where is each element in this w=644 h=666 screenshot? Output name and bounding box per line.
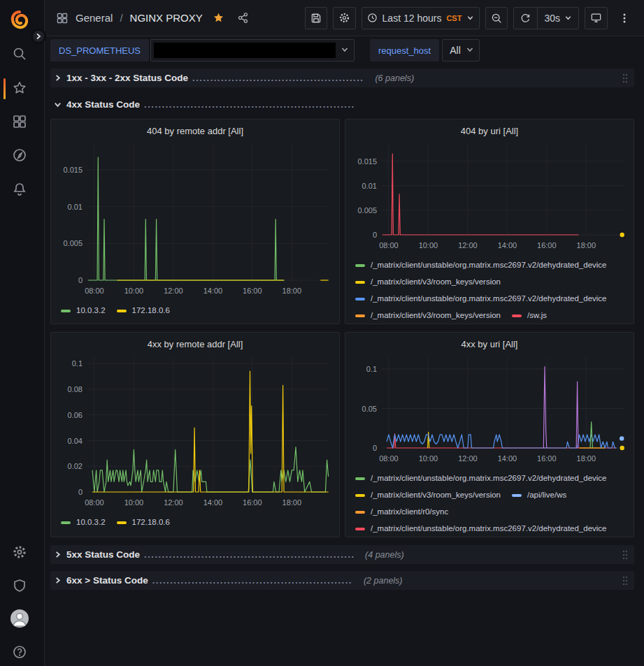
legend-label: /_matrix/client/unstable/org.matrix.msc2…	[371, 472, 607, 484]
explore-compass-icon[interactable]	[10, 146, 29, 164]
legend-swatch-icon	[355, 264, 365, 267]
breadcrumb-separator: /	[120, 12, 122, 24]
legend-item[interactable]: 10.0.3.2	[61, 305, 106, 317]
legend-label: /api/live/ws	[527, 489, 566, 501]
starred-dashboards-icon[interactable]	[10, 79, 29, 97]
dashboards-icon[interactable]	[10, 113, 29, 131]
row-title: 5xx Status Code	[66, 549, 140, 560]
configuration-gear-icon[interactable]	[10, 543, 29, 561]
svg-text:0: 0	[78, 488, 83, 496]
cycle-view-mode-button[interactable]	[585, 7, 608, 29]
legend-item[interactable]: /_matrix/client/v3/room_keys/version	[355, 489, 501, 501]
row-4xx[interactable]: 4xx Status Code ........................…	[50, 95, 634, 114]
chart-plot: 00.020.040.060.080.108:0010:0012:0014:00…	[57, 354, 335, 512]
legend-swatch-icon	[512, 314, 522, 317]
time-range-picker[interactable]: Last 12 hours CST	[362, 7, 480, 29]
panel-legend: /_matrix/client/unstable/org.matrix.msc2…	[351, 257, 628, 321]
panel-title[interactable]: 4xx by remote addr [All]	[57, 337, 334, 354]
chart-plot: 00.050.108:0010:0012:0014:0016:0018:00	[351, 354, 629, 468]
legend-label: /sw.js	[527, 310, 547, 321]
legend-swatch-icon	[355, 314, 365, 317]
chevron-down-icon	[564, 14, 572, 22]
svg-text:14:00: 14:00	[498, 454, 517, 463]
chevron-down-icon	[466, 14, 474, 22]
breadcrumb-section[interactable]: General	[76, 12, 113, 24]
chart-plot: 00.0050.010.01508:0010:0012:0014:0016:00…	[351, 140, 629, 254]
dashboard-title[interactable]: NGINX PROXY	[130, 12, 203, 24]
gear-icon	[338, 12, 350, 24]
svg-text:18:00: 18:00	[577, 454, 596, 463]
grafana-logo-icon[interactable]	[9, 10, 30, 31]
favorite-star-icon[interactable]	[213, 12, 224, 24]
svg-text:18:00: 18:00	[282, 287, 302, 295]
refresh-button[interactable]	[514, 8, 538, 29]
zoom-out-icon	[491, 13, 502, 24]
panel-title[interactable]: 4xx by uri [All]	[351, 337, 628, 354]
legend-swatch-icon	[355, 494, 365, 497]
legend-item[interactable]: /sw.js	[512, 310, 547, 321]
row-1xx-3xx-2xx[interactable]: 1xx - 3xx - 2xx Status Code ............…	[50, 68, 634, 87]
panel-title[interactable]: 404 by remote addr [All]	[57, 124, 334, 140]
svg-text:10:00: 10:00	[124, 498, 144, 507]
search-icon[interactable]	[10, 45, 29, 63]
legend-item[interactable]: /_matrix/client/unstable/org.matrix.msc2…	[355, 523, 607, 535]
sidebar-expand-button[interactable]	[31, 29, 46, 44]
server-admin-shield-icon[interactable]	[10, 577, 29, 595]
legend-item[interactable]: /_matrix/client/v3/room_keys/version	[355, 276, 501, 288]
row-panel-count: (4 panels)	[365, 550, 404, 560]
drag-handle-icon[interactable]	[622, 575, 629, 586]
svg-text:0: 0	[78, 276, 83, 284]
legend-item[interactable]: /_matrix/client/r0/sync	[355, 506, 448, 518]
datasource-variable-select[interactable]	[150, 39, 355, 61]
panel-4xx-by-uri-all: 4xx by uri [All]00.050.108:0010:0012:001…	[345, 332, 634, 537]
row-6xx[interactable]: 6xx > Status Code ......................…	[50, 571, 634, 590]
legend-label: /_matrix/client/unstable/org.matrix.msc2…	[371, 523, 607, 535]
svg-text:18:00: 18:00	[577, 241, 596, 249]
row-dots: ........................................…	[192, 73, 364, 83]
legend-item[interactable]: /_matrix/client/unstable/org.matrix.msc2…	[355, 472, 607, 484]
help-icon[interactable]	[10, 643, 29, 661]
svg-text:14:00: 14:00	[203, 498, 223, 507]
request-host-value: All	[450, 45, 461, 56]
legend-item[interactable]: 172.18.0.6	[117, 305, 170, 317]
svg-text:0.05: 0.05	[362, 405, 377, 413]
svg-text:10:00: 10:00	[419, 454, 438, 463]
legend-item[interactable]: /_matrix/client/v3/room_keys/version	[355, 310, 501, 321]
drag-handle-icon[interactable]	[622, 549, 629, 560]
svg-text:16:00: 16:00	[537, 241, 557, 249]
request-host-variable-select[interactable]: All	[442, 39, 480, 61]
alerting-bell-icon[interactable]	[10, 180, 29, 198]
share-icon[interactable]	[237, 12, 249, 24]
legend-item[interactable]: 172.18.0.6	[117, 516, 170, 528]
row-5xx[interactable]: 5xx Status Code ........................…	[50, 545, 634, 564]
refresh-icon	[520, 13, 531, 23]
svg-text:0.1: 0.1	[366, 365, 377, 373]
legend-swatch-icon	[355, 511, 365, 514]
panel-title[interactable]: 404 by uri [All]	[351, 124, 628, 140]
legend-swatch-icon	[355, 298, 365, 301]
save-dashboard-button[interactable]	[305, 7, 327, 29]
legend-item[interactable]: /api/live/ws	[512, 489, 566, 501]
dashboard-toolbar: Last 12 hours CST 30s	[305, 7, 636, 29]
drag-handle-icon[interactable]	[622, 73, 629, 84]
refresh-interval-value: 30s	[544, 13, 560, 24]
legend-item[interactable]: /_matrix/client/unstable/org.matrix.msc2…	[355, 293, 607, 305]
legend-item[interactable]: 10.0.3.2	[61, 516, 106, 528]
user-avatar[interactable]	[10, 609, 29, 628]
panel-4xx-by-remote-addr-all: 4xx by remote addr [All]00.020.040.060.0…	[50, 332, 340, 537]
svg-text:0.1: 0.1	[72, 359, 83, 368]
monitor-icon	[590, 12, 602, 24]
request-host-variable-label: request_host	[370, 39, 439, 61]
chevron-down-icon	[341, 44, 349, 57]
dashboard-canvas: 1xx - 3xx - 2xx Status Code ............…	[45, 64, 644, 590]
svg-text:0.015: 0.015	[63, 166, 83, 174]
refresh-interval-dropdown[interactable]: 30s	[538, 8, 578, 29]
dashboard-settings-button[interactable]	[333, 7, 356, 29]
more-options-kebab-button[interactable]	[613, 7, 636, 29]
legend-swatch-icon	[355, 281, 365, 284]
svg-text:0: 0	[373, 231, 377, 239]
legend-item[interactable]: /_matrix/client/unstable/org.matrix.msc2…	[355, 259, 607, 271]
panel-legend: 10.0.3.2172.18.0.6	[57, 303, 334, 317]
zoom-out-time-button[interactable]	[485, 7, 508, 29]
svg-text:08:00: 08:00	[85, 287, 104, 295]
